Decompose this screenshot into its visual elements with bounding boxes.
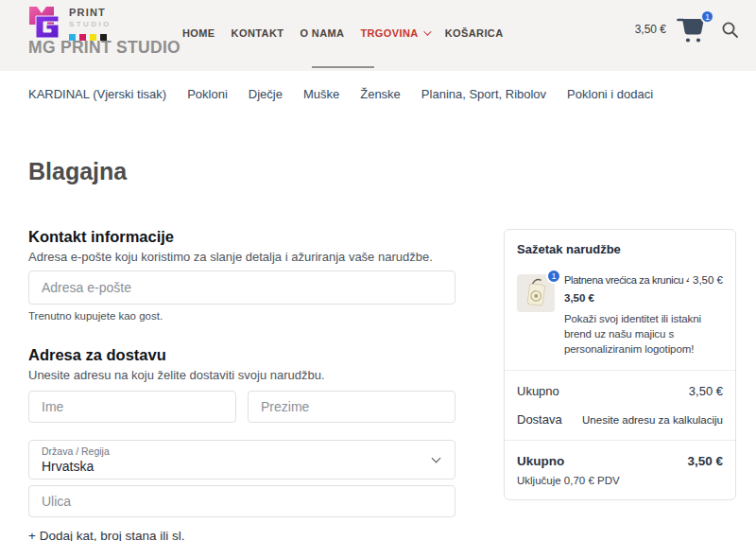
subtotal-label: Ukupno	[517, 384, 559, 398]
contact-description: Adresa e-pošte koju koristimo za slanje …	[28, 250, 455, 265]
shipping-value: Unesite adresu za kalkulaciju	[582, 414, 723, 426]
category-item-muske[interactable]: Muške	[303, 87, 339, 101]
total-row: Ukupno 3,50 €	[517, 454, 723, 468]
nav-item-o-nama[interactable]: O NAMA	[300, 27, 344, 39]
site-title[interactable]: MG PRINT STUDIO	[28, 38, 180, 58]
product-name: Platnena vrećica za krunicu 4	[564, 274, 689, 286]
checkout-page: PRINT STUDIO MG PRINT STUDIO HOME KONTAK…	[0, 0, 756, 541]
order-summary-heading: Sažetak narudžbe	[517, 242, 723, 256]
nav-item-home[interactable]: HOME	[182, 27, 215, 39]
name-row	[28, 391, 455, 423]
search-button[interactable]	[721, 21, 739, 39]
product-description: Pokaži svoj identitet ili istakni brend …	[564, 311, 723, 357]
nav-item-trgovina[interactable]: TRGOVINA	[360, 27, 428, 39]
divider	[505, 440, 735, 441]
subtotal-value: 3,50 €	[689, 384, 723, 398]
chevron-down-icon	[432, 454, 441, 463]
guest-note: Trenutno kupujete kao gost.	[28, 310, 455, 322]
product-line-total: 3,50 €	[693, 274, 723, 286]
page-title: Blagajna	[28, 158, 127, 185]
order-summary-card: Sažetak narudžbe 1	[504, 229, 736, 500]
add-address-line-link[interactable]: + Dodaj kat, broj stana ili sl.	[28, 529, 455, 541]
category-item-zenske[interactable]: Ženske	[360, 87, 401, 101]
quantity-badge: 1	[546, 269, 561, 284]
first-name-field[interactable]	[28, 391, 236, 423]
subtotal-row: Ukupno 3,50 €	[517, 384, 723, 398]
nav-item-kontakt[interactable]: KONTAKT	[232, 27, 284, 39]
last-name-field[interactable]	[248, 391, 455, 423]
main-nav: HOME KONTAKT O NAMA TRGOVINA KOŠARICA	[182, 27, 504, 39]
country-select-value: Hrvatska	[42, 459, 94, 474]
cart-area: 3,50 € 1	[635, 14, 739, 44]
street-field[interactable]	[28, 485, 455, 517]
site-header: PRINT STUDIO MG PRINT STUDIO HOME KONTAK…	[0, 0, 756, 71]
tax-note: Uključuje 0,70 € PDV	[517, 475, 723, 486]
shipping-row: Dostava Unesite adresu za kalkulaciju	[517, 412, 723, 427]
cart-button[interactable]: 1	[675, 14, 709, 44]
category-item-planina-sport-ribolov[interactable]: Planina, Sport, Ribolov	[421, 87, 546, 101]
logo-studio-text: STUDIO	[69, 20, 112, 28]
category-item-pokloni[interactable]: Pokloni	[187, 87, 228, 101]
checkout-form: Kontakt informacije Adresa e-pošte koju …	[28, 227, 455, 541]
category-item-djecje[interactable]: Dječje	[249, 87, 283, 101]
nav-item-kosarica[interactable]: KOŠARICA	[445, 27, 504, 39]
email-field[interactable]	[28, 270, 455, 305]
active-nav-underline	[312, 66, 374, 68]
order-item-row: 1 Platnena vrećica za krunicu 4 3,50 € 3…	[517, 274, 723, 357]
cart-total: 3,50 €	[635, 23, 666, 36]
divider	[505, 370, 735, 371]
shipping-heading: Adresa za dostavu	[28, 345, 455, 364]
site-logo[interactable]: PRINT STUDIO	[28, 6, 112, 41]
shipping-description: Unesite adresu na koju želite dostaviti …	[28, 368, 455, 383]
contact-heading: Kontakt informacije	[28, 227, 455, 246]
logo-print-text: PRINT	[69, 8, 112, 18]
product-unit-price: 3,50 €	[564, 292, 723, 304]
product-thumbnail: 1	[517, 274, 555, 312]
cart-count-badge: 1	[700, 9, 714, 24]
country-select-label: Država / Regija	[42, 445, 110, 457]
chevron-down-icon	[423, 27, 431, 35]
total-value: 3,50 €	[687, 454, 723, 468]
logo-mark-icon	[28, 6, 66, 40]
category-item-pokloni-i-dodaci[interactable]: Pokloni i dodaci	[567, 87, 653, 101]
total-label: Ukupno	[517, 454, 564, 468]
category-nav: KARDINAL (Vjerski tisak) Pokloni Dječje …	[28, 87, 653, 101]
shipping-label: Dostava	[517, 412, 562, 427]
search-icon	[721, 21, 739, 39]
country-select[interactable]: Država / Regija Hrvatska	[28, 440, 455, 480]
category-item-kardinal[interactable]: KARDINAL (Vjerski tisak)	[28, 87, 166, 101]
